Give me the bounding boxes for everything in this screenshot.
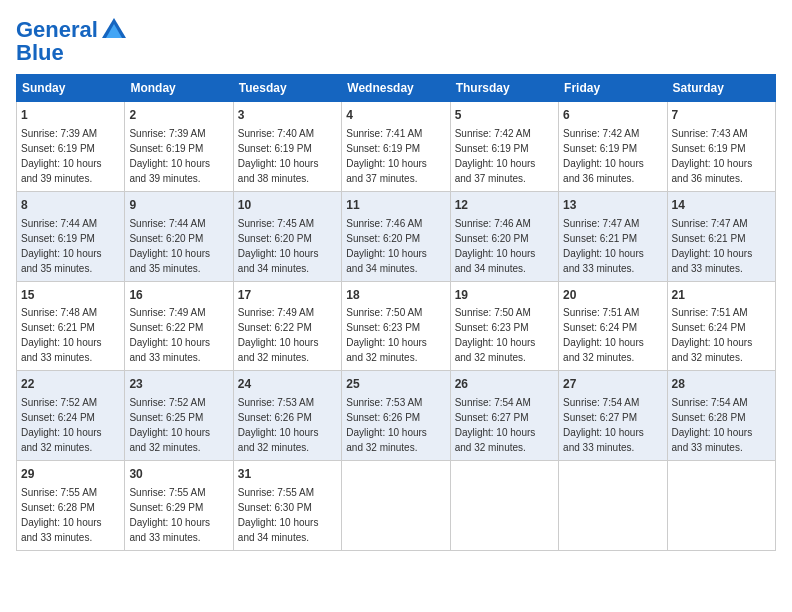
calendar-cell: 14Sunrise: 7:47 AMSunset: 6:21 PMDayligh…	[667, 191, 775, 281]
day-number: 4	[346, 107, 445, 124]
calendar-cell: 17Sunrise: 7:49 AMSunset: 6:22 PMDayligh…	[233, 281, 341, 371]
calendar-cell: 8Sunrise: 7:44 AMSunset: 6:19 PMDaylight…	[17, 191, 125, 281]
day-info: Sunrise: 7:54 AMSunset: 6:28 PMDaylight:…	[672, 397, 753, 453]
day-info: Sunrise: 7:52 AMSunset: 6:24 PMDaylight:…	[21, 397, 102, 453]
day-number: 13	[563, 197, 662, 214]
week-row-1: 1Sunrise: 7:39 AMSunset: 6:19 PMDaylight…	[17, 102, 776, 192]
day-info: Sunrise: 7:44 AMSunset: 6:19 PMDaylight:…	[21, 218, 102, 274]
day-info: Sunrise: 7:47 AMSunset: 6:21 PMDaylight:…	[563, 218, 644, 274]
calendar-cell: 7Sunrise: 7:43 AMSunset: 6:19 PMDaylight…	[667, 102, 775, 192]
day-number: 3	[238, 107, 337, 124]
calendar-cell: 9Sunrise: 7:44 AMSunset: 6:20 PMDaylight…	[125, 191, 233, 281]
day-info: Sunrise: 7:43 AMSunset: 6:19 PMDaylight:…	[672, 128, 753, 184]
header-tuesday: Tuesday	[233, 75, 341, 102]
day-info: Sunrise: 7:51 AMSunset: 6:24 PMDaylight:…	[672, 307, 753, 363]
day-number: 16	[129, 287, 228, 304]
calendar-cell: 13Sunrise: 7:47 AMSunset: 6:21 PMDayligh…	[559, 191, 667, 281]
day-info: Sunrise: 7:49 AMSunset: 6:22 PMDaylight:…	[238, 307, 319, 363]
day-info: Sunrise: 7:53 AMSunset: 6:26 PMDaylight:…	[346, 397, 427, 453]
calendar-cell: 23Sunrise: 7:52 AMSunset: 6:25 PMDayligh…	[125, 371, 233, 461]
day-number: 24	[238, 376, 337, 393]
day-number: 19	[455, 287, 554, 304]
calendar-table: SundayMondayTuesdayWednesdayThursdayFrid…	[16, 74, 776, 551]
day-number: 22	[21, 376, 120, 393]
calendar-body: 1Sunrise: 7:39 AMSunset: 6:19 PMDaylight…	[17, 102, 776, 551]
day-info: Sunrise: 7:55 AMSunset: 6:30 PMDaylight:…	[238, 487, 319, 543]
day-number: 21	[672, 287, 771, 304]
header-sunday: Sunday	[17, 75, 125, 102]
header-wednesday: Wednesday	[342, 75, 450, 102]
calendar-cell: 12Sunrise: 7:46 AMSunset: 6:20 PMDayligh…	[450, 191, 558, 281]
day-info: Sunrise: 7:53 AMSunset: 6:26 PMDaylight:…	[238, 397, 319, 453]
day-number: 18	[346, 287, 445, 304]
day-number: 1	[21, 107, 120, 124]
calendar-cell: 22Sunrise: 7:52 AMSunset: 6:24 PMDayligh…	[17, 371, 125, 461]
day-number: 29	[21, 466, 120, 483]
day-number: 27	[563, 376, 662, 393]
header-thursday: Thursday	[450, 75, 558, 102]
calendar-cell: 10Sunrise: 7:45 AMSunset: 6:20 PMDayligh…	[233, 191, 341, 281]
calendar-cell: 20Sunrise: 7:51 AMSunset: 6:24 PMDayligh…	[559, 281, 667, 371]
calendar-cell: 24Sunrise: 7:53 AMSunset: 6:26 PMDayligh…	[233, 371, 341, 461]
day-number: 8	[21, 197, 120, 214]
day-info: Sunrise: 7:48 AMSunset: 6:21 PMDaylight:…	[21, 307, 102, 363]
calendar-cell	[450, 461, 558, 551]
calendar-header-row: SundayMondayTuesdayWednesdayThursdayFrid…	[17, 75, 776, 102]
calendar-cell: 6Sunrise: 7:42 AMSunset: 6:19 PMDaylight…	[559, 102, 667, 192]
calendar-cell: 3Sunrise: 7:40 AMSunset: 6:19 PMDaylight…	[233, 102, 341, 192]
week-row-5: 29Sunrise: 7:55 AMSunset: 6:28 PMDayligh…	[17, 461, 776, 551]
day-number: 14	[672, 197, 771, 214]
calendar-cell: 1Sunrise: 7:39 AMSunset: 6:19 PMDaylight…	[17, 102, 125, 192]
day-info: Sunrise: 7:55 AMSunset: 6:28 PMDaylight:…	[21, 487, 102, 543]
calendar-cell: 2Sunrise: 7:39 AMSunset: 6:19 PMDaylight…	[125, 102, 233, 192]
day-info: Sunrise: 7:39 AMSunset: 6:19 PMDaylight:…	[21, 128, 102, 184]
header-monday: Monday	[125, 75, 233, 102]
calendar-cell: 16Sunrise: 7:49 AMSunset: 6:22 PMDayligh…	[125, 281, 233, 371]
day-info: Sunrise: 7:49 AMSunset: 6:22 PMDaylight:…	[129, 307, 210, 363]
day-info: Sunrise: 7:46 AMSunset: 6:20 PMDaylight:…	[346, 218, 427, 274]
day-info: Sunrise: 7:55 AMSunset: 6:29 PMDaylight:…	[129, 487, 210, 543]
day-info: Sunrise: 7:54 AMSunset: 6:27 PMDaylight:…	[563, 397, 644, 453]
day-info: Sunrise: 7:52 AMSunset: 6:25 PMDaylight:…	[129, 397, 210, 453]
day-info: Sunrise: 7:50 AMSunset: 6:23 PMDaylight:…	[346, 307, 427, 363]
day-number: 6	[563, 107, 662, 124]
week-row-3: 15Sunrise: 7:48 AMSunset: 6:21 PMDayligh…	[17, 281, 776, 371]
day-info: Sunrise: 7:51 AMSunset: 6:24 PMDaylight:…	[563, 307, 644, 363]
calendar-cell	[559, 461, 667, 551]
day-number: 9	[129, 197, 228, 214]
day-info: Sunrise: 7:41 AMSunset: 6:19 PMDaylight:…	[346, 128, 427, 184]
calendar-cell: 5Sunrise: 7:42 AMSunset: 6:19 PMDaylight…	[450, 102, 558, 192]
day-number: 28	[672, 376, 771, 393]
day-info: Sunrise: 7:46 AMSunset: 6:20 PMDaylight:…	[455, 218, 536, 274]
day-number: 10	[238, 197, 337, 214]
day-number: 25	[346, 376, 445, 393]
day-info: Sunrise: 7:54 AMSunset: 6:27 PMDaylight:…	[455, 397, 536, 453]
calendar-cell: 26Sunrise: 7:54 AMSunset: 6:27 PMDayligh…	[450, 371, 558, 461]
day-info: Sunrise: 7:45 AMSunset: 6:20 PMDaylight:…	[238, 218, 319, 274]
calendar-cell: 25Sunrise: 7:53 AMSunset: 6:26 PMDayligh…	[342, 371, 450, 461]
page-header: General Blue	[16, 16, 776, 66]
calendar-cell: 31Sunrise: 7:55 AMSunset: 6:30 PMDayligh…	[233, 461, 341, 551]
day-number: 23	[129, 376, 228, 393]
day-number: 26	[455, 376, 554, 393]
day-info: Sunrise: 7:47 AMSunset: 6:21 PMDaylight:…	[672, 218, 753, 274]
day-number: 31	[238, 466, 337, 483]
day-number: 30	[129, 466, 228, 483]
day-info: Sunrise: 7:42 AMSunset: 6:19 PMDaylight:…	[563, 128, 644, 184]
logo: General Blue	[16, 16, 128, 66]
calendar-cell: 19Sunrise: 7:50 AMSunset: 6:23 PMDayligh…	[450, 281, 558, 371]
calendar-cell	[342, 461, 450, 551]
calendar-cell: 15Sunrise: 7:48 AMSunset: 6:21 PMDayligh…	[17, 281, 125, 371]
calendar-cell: 4Sunrise: 7:41 AMSunset: 6:19 PMDaylight…	[342, 102, 450, 192]
header-saturday: Saturday	[667, 75, 775, 102]
day-info: Sunrise: 7:44 AMSunset: 6:20 PMDaylight:…	[129, 218, 210, 274]
day-number: 17	[238, 287, 337, 304]
header-friday: Friday	[559, 75, 667, 102]
calendar-cell: 30Sunrise: 7:55 AMSunset: 6:29 PMDayligh…	[125, 461, 233, 551]
logo-text: General	[16, 18, 98, 42]
day-number: 7	[672, 107, 771, 124]
day-number: 2	[129, 107, 228, 124]
calendar-cell: 27Sunrise: 7:54 AMSunset: 6:27 PMDayligh…	[559, 371, 667, 461]
day-number: 15	[21, 287, 120, 304]
calendar-cell: 28Sunrise: 7:54 AMSunset: 6:28 PMDayligh…	[667, 371, 775, 461]
